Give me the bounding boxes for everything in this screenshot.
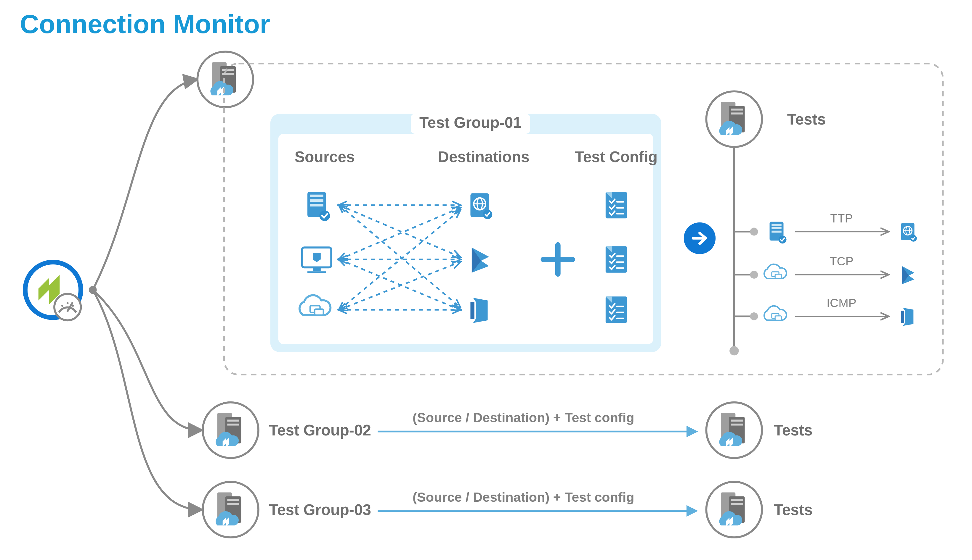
- test-group-2-node-icon: [203, 402, 259, 458]
- tests-tree: Tests TTP TCP ICMP: [706, 92, 917, 356]
- test-row-1-source-icon: [770, 222, 786, 243]
- destinations-heading: Destinations: [438, 148, 530, 165]
- test-row-1-protocol: TTP: [830, 212, 853, 225]
- test-row-3-protocol: ICMP: [826, 297, 857, 310]
- test-group-3-label: Test Group-03: [269, 501, 371, 518]
- test-row-2-source-icon: [764, 264, 786, 278]
- connector-root-to-group3: [93, 290, 201, 510]
- svg-point-46: [750, 271, 758, 279]
- tests-heading: Tests: [787, 111, 826, 128]
- svg-point-41: [729, 346, 739, 355]
- test-group-3-tests-icon: [706, 482, 762, 538]
- test-group-2-row: Test Group-02 (Source / Destination) + T…: [203, 402, 813, 458]
- test-group-1-node-icon: [197, 52, 253, 107]
- test-group-3-node-icon: [203, 482, 259, 538]
- test-group-1-title: Test Group-01: [419, 114, 522, 131]
- test-row-3: ICMP: [734, 297, 913, 326]
- testconfig-item-3-icon: [606, 297, 627, 323]
- test-row-2-dest-icon: [902, 266, 915, 284]
- test-group-2-mid-label: (Source / Destination) + Test config: [413, 410, 634, 425]
- svg-point-43: [750, 228, 758, 236]
- testconfig-item-2-icon: [606, 246, 627, 272]
- test-group-2-tests-icon: [706, 402, 762, 458]
- test-row-1-dest-icon: [901, 223, 917, 242]
- testconfig-heading: Test Config: [575, 148, 657, 165]
- test-group-1-panel: Test Group-01 Sources Destinations Test …: [270, 114, 661, 352]
- testconfig-item-1-icon: [606, 192, 627, 218]
- test-row-1: TTP: [734, 212, 917, 244]
- test-row-3-dest-icon: [901, 308, 913, 326]
- test-group-3-tests-label: Tests: [774, 501, 813, 518]
- test-group-3-mid-label: (Source / Destination) + Test config: [413, 490, 634, 504]
- test-group-2-label: Test Group-02: [269, 422, 371, 439]
- test-row-2-protocol: TCP: [830, 255, 853, 268]
- tests-node-icon: [706, 92, 762, 147]
- svg-point-49: [750, 312, 758, 320]
- page-title: Connection Monitor: [20, 9, 270, 39]
- connector-root-to-group2: [93, 290, 201, 430]
- test-group-3-row: Test Group-03 (Source / Destination) + T…: [203, 482, 813, 538]
- test-row-3-source-icon: [764, 306, 786, 320]
- sources-heading: Sources: [295, 148, 355, 165]
- connector-root-to-group1: [93, 79, 196, 290]
- test-row-2: TCP: [734, 255, 915, 284]
- test-group-2-tests-label: Tests: [774, 422, 813, 439]
- connection-monitor-icon: [25, 262, 81, 320]
- produces-arrow-icon: [684, 222, 716, 254]
